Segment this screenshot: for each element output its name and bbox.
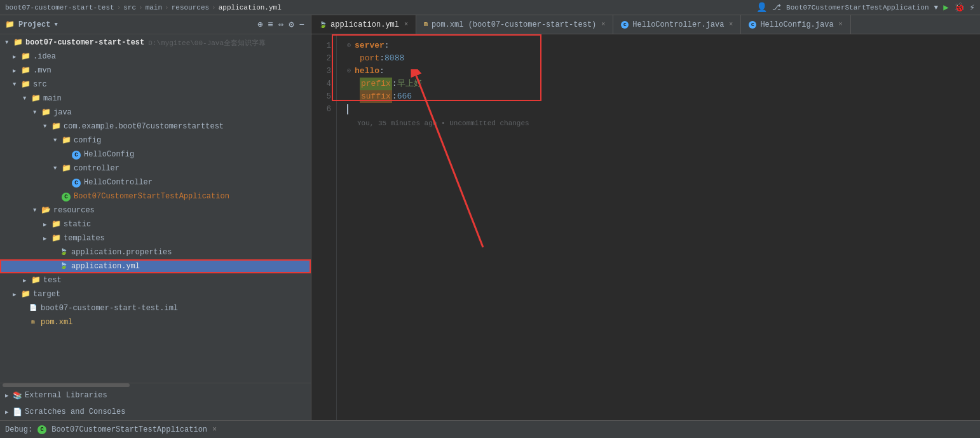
tree-item-target[interactable]: ▶ 📁 target — [0, 287, 311, 301]
tree-item-boot07app[interactable]: C Boot07CustomerStartTestApplication — [0, 189, 311, 203]
run-dropdown-icon[interactable]: ▼ — [934, 4, 939, 11]
arrow-java: ▼ — [33, 109, 41, 116]
user-icon[interactable]: 👤 — [756, 2, 767, 13]
sidebar-swap-icon[interactable]: ⇔ — [277, 18, 285, 31]
breadcrumb-sep2: › — [139, 4, 143, 11]
breadcrumb-resources: resources — [172, 4, 209, 11]
label-templates: templates — [64, 234, 105, 243]
icon-target: 📁 — [20, 289, 31, 299]
colon-2: : — [379, 52, 385, 65]
icon-com: 📁 — [51, 121, 61, 132]
key-server: server — [355, 39, 385, 52]
sidebar-add-icon[interactable]: ⊕ — [256, 18, 264, 31]
sidebar-tree[interactable]: ▼ 📁 boot07-customer-start-test D:\mygite… — [0, 34, 311, 383]
tree-item-config[interactable]: ▼ 📁 config — [0, 133, 311, 147]
tab-helloconfig-label: HelloConfig.java — [760, 20, 833, 29]
debug-label: Debug: — [5, 425, 32, 434]
sidebar-item-scratches[interactable]: ▶ 📄 Scratches and Consoles — [0, 404, 311, 420]
icon-templates: 📁 — [51, 233, 61, 243]
arrow-target: ▶ — [13, 291, 20, 298]
label-java: java — [53, 108, 72, 117]
label-appprops: application.properties — [71, 248, 172, 257]
tab-yaml-icon: 🍃 — [319, 21, 327, 29]
run-app-label: Boot07CustomerStartTestApplication — [786, 4, 929, 11]
tree-item-helloconfig[interactable]: C HelloConfig — [0, 147, 311, 161]
label-test: test — [43, 276, 62, 285]
tree-item-main[interactable]: ▼ 📁 main — [0, 92, 311, 106]
sidebar-list-icon[interactable]: ≡ — [266, 18, 274, 31]
label-main: main — [43, 94, 62, 103]
sidebar-minimize-icon[interactable]: − — [298, 18, 306, 31]
tab-pomxml-label: pom.xml (boot07-customer-start-test) — [432, 20, 596, 29]
sidebar-item-ext-libs[interactable]: ▶ 📚 External Libraries — [0, 387, 311, 404]
breadcrumb-sep3: › — [165, 4, 169, 11]
sidebar-header: 📁 Project ▼ ⊕ ≡ ⇔ ⚙ − — [0, 15, 311, 34]
debug-button[interactable]: 🐞 — [954, 2, 965, 13]
tab-appyml[interactable]: 🍃 application.yml × — [311, 15, 416, 34]
breadcrumb-main: main — [146, 4, 162, 11]
label-config: config — [74, 136, 101, 145]
code-line-2: port: 8088 — [347, 52, 970, 65]
project-label: Project — [18, 20, 50, 29]
val-prefix: 早上好 — [397, 78, 422, 90]
tree-item-static[interactable]: ▶ 📁 static — [0, 217, 311, 231]
icon-java: 📁 — [41, 107, 51, 118]
tab-bar: 🍃 application.yml × m pom.xml (boot07-cu… — [311, 15, 980, 34]
icon-resources: 📂 — [41, 205, 51, 216]
tree-item-templates[interactable]: ▶ 📁 templates — [0, 231, 311, 245]
tree-item-iml[interactable]: 📄 boot07-customer-start-test.iml — [0, 301, 311, 315]
label-target: target — [33, 290, 60, 299]
tree-item-com[interactable]: ▼ 📁 com.example.boot07customerstarttest — [0, 120, 311, 133]
icon-idea: 📁 — [20, 51, 31, 62]
tab-pomxml-close[interactable]: × — [601, 21, 605, 28]
val-port: 8088 — [385, 52, 404, 65]
tree-item-idea[interactable]: ▶ 📁 .idea — [0, 50, 311, 64]
tree-item-pomxml[interactable]: m pom.xml — [0, 315, 311, 329]
code-line-1: ⊙ server: — [347, 39, 970, 52]
tab-hellocontroller-close[interactable]: × — [729, 21, 733, 28]
tree-item-test[interactable]: ▶ 📁 test — [0, 273, 311, 287]
tree-item-appyml[interactable]: 🍃 application.yml — [0, 259, 311, 273]
tree-item-appprops[interactable]: 🍃 application.properties — [0, 245, 311, 259]
label-boot07app: Boot07CustomerStartTestApplication — [74, 192, 229, 201]
key-prefix: prefix — [360, 78, 392, 90]
tab-helloconfig-close[interactable]: × — [839, 21, 843, 28]
profile-button[interactable]: ⚡ — [970, 2, 975, 13]
code-area[interactable]: ⊙ server: port: 8088 ⊙ hello: prefix: 早上… — [337, 34, 980, 420]
debug-app-icon: C — [37, 425, 46, 434]
tab-helloconfig[interactable]: C HelloConfig.java × — [741, 15, 850, 34]
tree-item-hellocontroller[interactable]: C HelloController — [0, 175, 311, 189]
tree-item-controller[interactable]: ▼ 📁 controller — [0, 161, 311, 175]
sidebar-gear-icon[interactable]: ⚙ — [287, 18, 295, 31]
ext-libs-folder-icon: 📚 — [13, 391, 22, 400]
vcs-icon[interactable]: ⎇ — [772, 3, 781, 12]
tab-appyml-close[interactable]: × — [404, 21, 408, 28]
project-dropdown-icon[interactable]: ▼ — [54, 22, 57, 28]
tree-item-mvn[interactable]: ▶ 📁 .mvn — [0, 64, 311, 78]
debug-close[interactable]: × — [212, 425, 217, 434]
editor-content: 1 2 3 4 5 6 ⊙ server: port: 8088 — [311, 34, 980, 420]
tree-item-resources[interactable]: ▼ 📂 resources — [0, 203, 311, 217]
tab-hellocontroller-label: HelloController.java — [632, 20, 724, 29]
label-com: com.example.boot07customerstarttest — [64, 122, 224, 131]
icon-helloconfig: C — [71, 149, 81, 160]
arrow-resources: ▼ — [33, 207, 41, 214]
arrow-mvn: ▶ — [13, 67, 20, 74]
breadcrumb-src: src — [123, 4, 136, 11]
icon-main: 📁 — [31, 93, 41, 104]
scratches-arrow-icon: ▶ — [5, 409, 13, 416]
project-folder-icon: 📁 — [5, 20, 15, 29]
tree-item-src[interactable]: ▼ 📁 src — [0, 78, 311, 92]
debug-app-name[interactable]: Boot07CustomerStartTestApplication — [51, 425, 207, 434]
tab-pomxml[interactable]: m pom.xml (boot07-customer-start-test) × — [416, 15, 613, 34]
run-button[interactable]: ▶ — [943, 2, 948, 13]
debug-bar: Debug: C Boot07CustomerStartTestApplicat… — [0, 420, 980, 438]
line-numbers: 1 2 3 4 5 6 — [311, 34, 337, 420]
breadcrumb: boot07-customer-start-test › src › main … — [5, 4, 756, 11]
arrow-idea: ▶ — [13, 53, 20, 60]
tab-hellocontroller[interactable]: C HelloController.java × — [613, 15, 741, 34]
tree-item-java[interactable]: ▼ 📁 java — [0, 106, 311, 120]
tab-helloconfig-icon: C — [749, 21, 756, 29]
tree-item-root[interactable]: ▼ 📁 boot07-customer-start-test D:\mygite… — [0, 36, 311, 50]
title-bar-right: 👤 ⎇ Boot07CustomerStartTestApplication ▼… — [756, 2, 975, 13]
